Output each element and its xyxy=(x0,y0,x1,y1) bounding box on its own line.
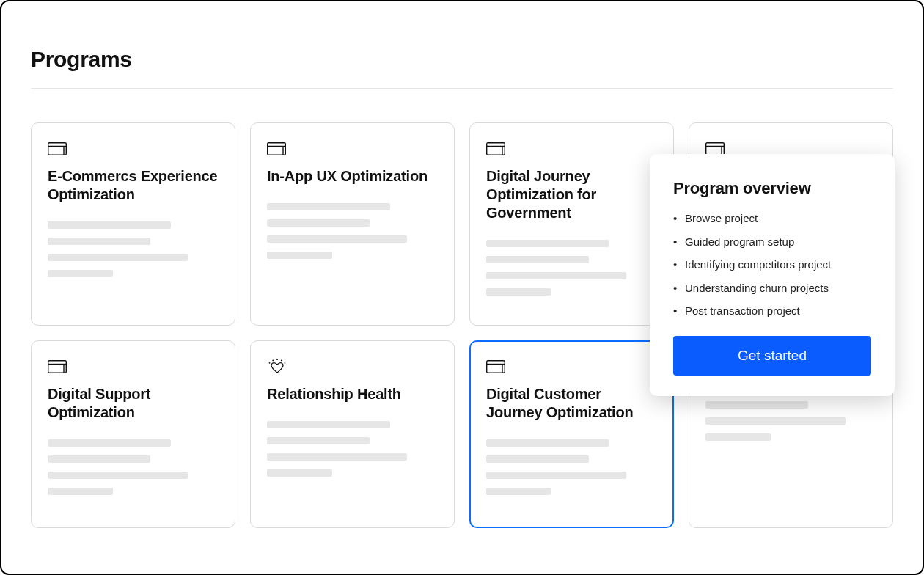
get-started-button[interactable]: Get started xyxy=(673,336,871,376)
heart-radiate-icon xyxy=(267,358,287,376)
skeleton-line xyxy=(48,455,150,463)
app-frame: Programs E-Commercs Experience Optimizat… xyxy=(0,0,924,575)
program-card-title: Digital Journey Optimization for Governm… xyxy=(486,167,657,222)
program-card[interactable]: Digital Customer Journey Optimization xyxy=(469,340,674,528)
window-icon xyxy=(48,360,67,373)
skeleton-line xyxy=(48,472,188,479)
svg-point-19 xyxy=(285,362,286,364)
popover-item: Identifying competitors project xyxy=(673,257,871,272)
program-card-skeleton xyxy=(486,439,657,495)
window-icon-wrap xyxy=(486,141,657,157)
window-icon xyxy=(486,142,505,155)
skeleton-line xyxy=(486,488,551,495)
program-card[interactable]: Relationship Health xyxy=(250,340,455,528)
page-title: Programs xyxy=(31,47,893,72)
program-card-title: In-App UX Optimization xyxy=(267,167,438,186)
skeleton-line xyxy=(267,453,407,461)
program-card-skeleton xyxy=(48,439,219,495)
skeleton-line xyxy=(486,472,626,479)
skeleton-line xyxy=(48,439,171,447)
svg-point-17 xyxy=(281,360,282,362)
svg-point-15 xyxy=(276,359,278,360)
popover-item: Guided program setup xyxy=(673,235,871,249)
program-card-title: Digital Support Optimization xyxy=(48,385,219,422)
skeleton-line xyxy=(267,252,332,259)
program-card[interactable]: In-App UX Optimization xyxy=(250,122,455,326)
program-card-title: Relationship Health xyxy=(267,385,438,403)
skeleton-line xyxy=(48,238,150,245)
program-card[interactable]: Digital Journey Optimization for Governm… xyxy=(469,122,674,326)
skeleton-line xyxy=(486,272,626,279)
program-card[interactable]: E-Commercs Experience Optimization xyxy=(31,122,235,326)
popover-item: Browse project xyxy=(673,211,871,226)
title-divider xyxy=(31,88,893,89)
program-card-skeleton xyxy=(486,240,657,296)
window-icon-wrap xyxy=(486,359,657,375)
window-icon xyxy=(486,360,505,373)
svg-point-18 xyxy=(269,362,271,364)
skeleton-line xyxy=(267,219,370,227)
popover-item: Post transaction project xyxy=(673,304,871,318)
heart-icon-wrap xyxy=(267,359,438,375)
skeleton-line xyxy=(267,469,332,477)
skeleton-line xyxy=(267,421,390,428)
skeleton-line xyxy=(267,437,370,444)
window-icon xyxy=(48,142,67,155)
skeleton-line xyxy=(486,439,609,447)
skeleton-line xyxy=(705,417,846,425)
window-icon-wrap xyxy=(48,141,219,157)
skeleton-line xyxy=(486,256,589,263)
program-overview-popover: Program overview Browse projectGuided pr… xyxy=(650,154,895,396)
skeleton-line xyxy=(705,401,808,409)
program-card-title: Digital Customer Journey Optimization xyxy=(486,385,657,422)
program-card[interactable]: Digital Support Optimization xyxy=(31,340,235,528)
svg-point-16 xyxy=(272,360,274,362)
skeleton-line xyxy=(486,288,551,296)
skeleton-line xyxy=(48,270,113,277)
window-icon-wrap xyxy=(267,141,438,157)
skeleton-line xyxy=(267,203,390,210)
popover-list: Browse projectGuided program setupIdenti… xyxy=(673,211,871,318)
program-card-title: E-Commercs Experience Optimization xyxy=(48,167,219,204)
window-icon xyxy=(267,142,286,155)
window-icon-wrap xyxy=(48,359,219,375)
skeleton-line xyxy=(267,235,407,243)
skeleton-line xyxy=(48,221,171,229)
program-card-skeleton xyxy=(48,221,219,277)
skeleton-line xyxy=(486,240,609,247)
popover-title: Program overview xyxy=(673,179,871,198)
skeleton-line xyxy=(486,455,589,463)
program-card-skeleton xyxy=(267,421,438,477)
popover-item: Understanding churn projects xyxy=(673,281,871,296)
skeleton-line xyxy=(705,433,771,441)
skeleton-line xyxy=(48,254,188,261)
program-card-skeleton xyxy=(267,203,438,259)
skeleton-line xyxy=(48,488,113,495)
